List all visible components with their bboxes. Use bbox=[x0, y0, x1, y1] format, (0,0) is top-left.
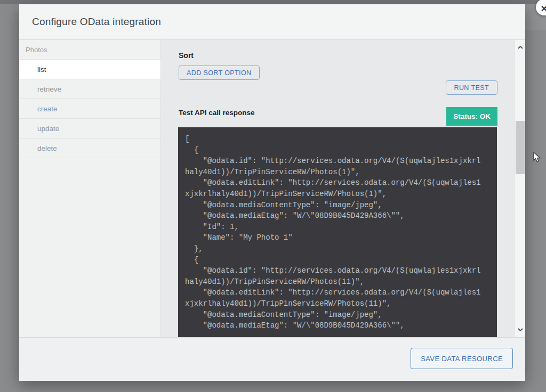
cursor-icon bbox=[533, 152, 541, 165]
modal-header: Configure OData integration bbox=[19, 4, 525, 40]
sort-heading: Sort bbox=[179, 51, 194, 60]
sidebar-item-update[interactable]: update bbox=[19, 119, 160, 138]
sidebar-group-label: Photos bbox=[19, 40, 160, 60]
api-response-code-block: [ { "@odata.id": "http://services.odata.… bbox=[178, 127, 497, 337]
run-test-button[interactable]: RUN TEST bbox=[446, 80, 497, 95]
save-data-resource-button[interactable]: SAVE DATA RESOURCE bbox=[411, 348, 513, 369]
status-badge: Status: OK bbox=[446, 107, 497, 126]
sidebar-item-delete[interactable]: delete bbox=[19, 138, 160, 158]
backdrop-top-band bbox=[0, 0, 546, 4]
sidebar: Photos list retrieve create update delet… bbox=[19, 40, 161, 337]
modal-title: Configure OData integration bbox=[32, 16, 161, 28]
modal-footer: SAVE DATA RESOURCE bbox=[19, 337, 525, 381]
scrollbar-track[interactable] bbox=[515, 40, 525, 337]
configure-odata-modal: Configure OData integration Photos list … bbox=[19, 4, 525, 381]
chevron-up-icon[interactable] bbox=[515, 43, 526, 52]
add-sort-option-button[interactable]: ADD SORT OPTION bbox=[179, 66, 260, 80]
main-panel: Sort ADD SORT OPTION RUN TEST Test API c… bbox=[161, 40, 525, 337]
test-api-response-label: Test API call response bbox=[179, 109, 255, 117]
scrollbar-thumb[interactable] bbox=[516, 121, 525, 174]
sidebar-item-retrieve[interactable]: retrieve bbox=[19, 79, 160, 99]
chevron-down-icon[interactable] bbox=[515, 325, 526, 334]
sidebar-item-create[interactable]: create bbox=[19, 99, 160, 119]
modal-body: Photos list retrieve create update delet… bbox=[19, 40, 525, 337]
sidebar-item-list[interactable]: list bbox=[19, 60, 160, 79]
